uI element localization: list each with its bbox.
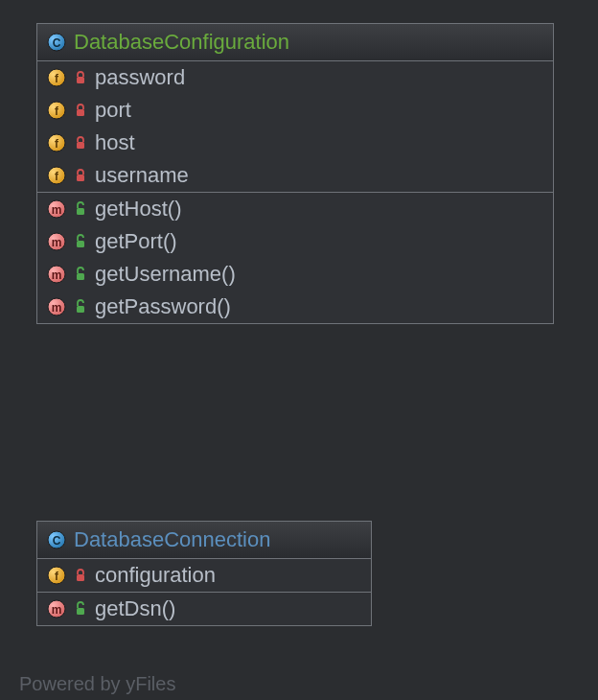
svg-rect-30	[77, 574, 84, 581]
method-row[interactable]: m getHost()	[37, 193, 553, 225]
svg-text:m: m	[52, 268, 62, 282]
field-row[interactable]: f password	[37, 61, 553, 94]
powered-by-label: Powered by yFiles	[19, 673, 175, 695]
fields-section: f configuration	[37, 559, 371, 593]
class-title: DatabaseConfiguration	[74, 30, 289, 55]
method-row[interactable]: m getPassword()	[37, 291, 553, 323]
field-row[interactable]: f host	[37, 127, 553, 159]
methods-section: m getHost() m getPort() m getUsername() …	[37, 193, 553, 323]
fields-section: f password f port f host f username	[37, 61, 553, 193]
svg-text:m: m	[52, 203, 62, 217]
class-box-DatabaseConnection[interactable]: C DatabaseConnection f configuration m g…	[36, 521, 372, 626]
method-row[interactable]: m getPort()	[37, 225, 553, 258]
public-lock-icon	[74, 599, 87, 618]
class-header[interactable]: C DatabaseConnection	[37, 522, 371, 559]
field-name: configuration	[95, 563, 216, 588]
method-name: getDsn()	[95, 596, 175, 621]
svg-rect-10	[77, 142, 84, 149]
svg-rect-19	[77, 241, 84, 247]
method-icon: m	[47, 232, 66, 251]
svg-rect-22	[77, 273, 84, 280]
field-name: port	[95, 98, 131, 123]
class-title: DatabaseConnection	[74, 527, 270, 552]
private-lock-icon	[74, 566, 87, 585]
class-header[interactable]: C DatabaseConfiguration	[37, 24, 553, 61]
private-lock-icon	[74, 68, 87, 87]
method-row[interactable]: m getDsn()	[37, 593, 371, 625]
method-row[interactable]: m getUsername()	[37, 258, 553, 291]
field-icon: f	[47, 166, 66, 185]
svg-rect-25	[77, 306, 84, 313]
method-name: getUsername()	[95, 262, 236, 287]
method-icon: m	[47, 599, 66, 618]
field-row[interactable]: f username	[37, 159, 553, 192]
private-lock-icon	[74, 101, 87, 120]
svg-text:C: C	[53, 534, 61, 548]
svg-rect-16	[77, 208, 84, 215]
field-row[interactable]: f configuration	[37, 559, 371, 592]
class-box-DatabaseConfiguration[interactable]: C DatabaseConfiguration f password f por…	[36, 23, 554, 324]
method-icon: m	[47, 199, 66, 219]
svg-text:m: m	[52, 603, 62, 617]
svg-text:m: m	[52, 301, 62, 315]
private-lock-icon	[74, 133, 87, 152]
private-lock-icon	[74, 166, 87, 185]
svg-rect-13	[77, 175, 84, 181]
method-name: getPort()	[95, 229, 177, 254]
class-icon: C	[47, 33, 66, 52]
svg-rect-33	[77, 608, 84, 615]
field-icon: f	[47, 133, 66, 152]
public-lock-icon	[74, 232, 87, 251]
field-row[interactable]: f port	[37, 94, 553, 127]
svg-text:m: m	[52, 236, 62, 249]
public-lock-icon	[74, 199, 87, 219]
field-icon: f	[47, 101, 66, 120]
svg-text:C: C	[53, 36, 61, 50]
method-name: getHost()	[95, 197, 181, 222]
public-lock-icon	[74, 265, 87, 284]
method-name: getPassword()	[95, 294, 231, 319]
field-icon: f	[47, 68, 66, 87]
field-name: password	[95, 65, 185, 90]
field-name: username	[95, 163, 189, 188]
class-icon: C	[47, 530, 66, 549]
public-lock-icon	[74, 297, 87, 316]
svg-rect-7	[77, 109, 84, 116]
method-icon: m	[47, 297, 66, 316]
methods-section: m getDsn()	[37, 593, 371, 625]
svg-rect-4	[77, 77, 84, 83]
field-icon: f	[47, 566, 66, 585]
field-name: host	[95, 130, 135, 155]
method-icon: m	[47, 265, 66, 284]
